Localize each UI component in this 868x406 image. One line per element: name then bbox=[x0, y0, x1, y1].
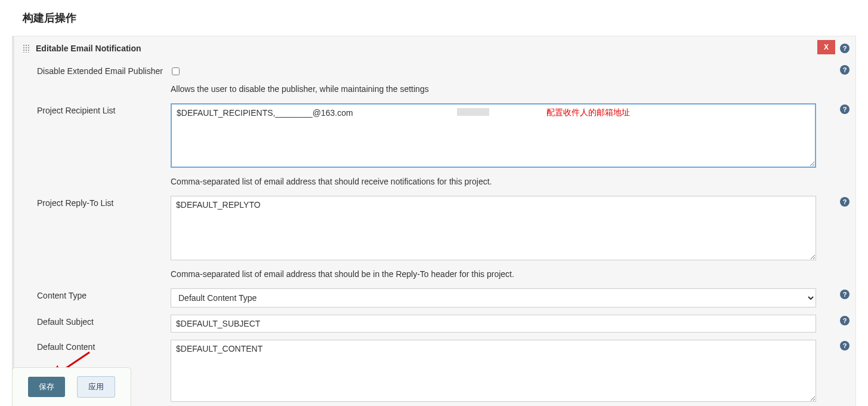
content-type-label: Content Type bbox=[37, 288, 171, 300]
post-build-section: X ? Editable Email Notification Disable … bbox=[12, 36, 856, 406]
content-type-select[interactable]: Default Content Type bbox=[171, 288, 816, 307]
section-header: Editable Email Notification bbox=[14, 36, 855, 60]
recipient-list-input[interactable]: $DEFAULT_RECIPIENTS,________@163.com bbox=[171, 103, 816, 168]
default-content-input[interactable]: $DEFAULT_CONTENT bbox=[171, 340, 816, 402]
help-icon[interactable]: ? bbox=[840, 316, 850, 325]
close-button[interactable]: X bbox=[817, 40, 835, 54]
replyto-list-input[interactable]: $DEFAULT_REPLYTO bbox=[171, 196, 816, 260]
help-icon[interactable]: ? bbox=[840, 341, 850, 350]
disable-publisher-checkbox[interactable] bbox=[172, 67, 180, 75]
row-default-content: Default Content $DEFAULT_CONTENT ? bbox=[14, 336, 855, 406]
replyto-list-label: Project Reply-To List bbox=[37, 196, 171, 208]
default-subject-input[interactable] bbox=[171, 315, 816, 333]
recipient-list-label: Project Recipient List bbox=[37, 103, 171, 115]
row-replyto-list: Project Reply-To List $DEFAULT_REPLYTO ? bbox=[14, 192, 855, 266]
row-content-type: Content Type Default Content Type ? bbox=[14, 285, 855, 311]
row-recipient-list: Project Recipient List $DEFAULT_RECIPIEN… bbox=[14, 100, 855, 173]
disable-publisher-label: Disable Extended Email Publisher bbox=[37, 64, 171, 76]
help-icon[interactable]: ? bbox=[840, 44, 850, 53]
help-icon[interactable]: ? bbox=[840, 290, 850, 299]
default-content-label: Default Content bbox=[37, 340, 171, 352]
page-title: 构建后操作 bbox=[0, 0, 868, 36]
row-disable-publisher: Disable Extended Email Publisher ? bbox=[14, 60, 855, 81]
help-icon[interactable]: ? bbox=[840, 197, 850, 207]
help-icon[interactable]: ? bbox=[840, 104, 850, 114]
save-button[interactable]: 保存 bbox=[28, 377, 65, 397]
recipient-list-help: Comma-separated list of email address th… bbox=[14, 173, 855, 192]
row-default-subject: Default Subject ? bbox=[14, 311, 855, 336]
apply-button[interactable]: 应用 bbox=[77, 376, 115, 398]
section-title: Editable Email Notification bbox=[36, 44, 141, 53]
drag-handle-icon[interactable] bbox=[23, 44, 30, 53]
disable-publisher-help: Allows the user to disable the publisher… bbox=[14, 81, 855, 100]
footer-bar: 保存 应用 bbox=[12, 367, 131, 406]
help-icon[interactable]: ? bbox=[840, 65, 850, 75]
default-subject-label: Default Subject bbox=[37, 315, 171, 327]
replyto-list-help: Comma-separated list of email address th… bbox=[14, 266, 855, 285]
